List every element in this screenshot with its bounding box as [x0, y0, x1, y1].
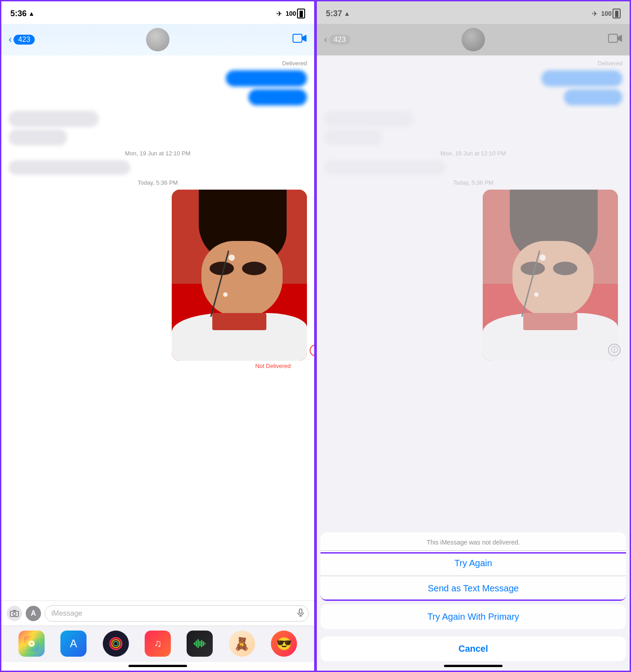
action-sheet-overlay: This iMessage was not delivered. Try Aga…: [317, 532, 630, 661]
send-as-text-button[interactable]: Send as Text Message: [320, 576, 626, 601]
svg-rect-15: [196, 640, 197, 647]
right-nav-avatar[interactable]: [462, 28, 485, 51]
mic-icon: [297, 608, 304, 618]
right-battery-icon: ▮: [613, 9, 621, 18]
sent-bubble-2: [248, 89, 307, 105]
left-nav-bar: ‹ 423: [1, 24, 314, 55]
svg-rect-19: [203, 641, 204, 646]
right-back-button[interactable]: ‹ 423: [324, 34, 350, 45]
right-phone-panel: 5:37 ▲ ✈ 100 ▮ ‹ 423: [316, 0, 631, 672]
left-timestamp-1: Mon, 19 Jun at 12:10 PM: [9, 150, 307, 157]
photo-dot-2: [223, 292, 228, 297]
svg-point-9: [30, 642, 33, 645]
received-bubble-1: [9, 111, 99, 127]
svg-rect-14: [194, 642, 195, 645]
right-chat-area: Delivered Mon, 19 Jun at 12:10 PM Today,…: [317, 55, 630, 532]
left-status-right: ✈ 100 ▮: [276, 9, 305, 18]
battery-icon: ▮: [297, 9, 305, 18]
left-back-button[interactable]: ‹ 423: [9, 34, 35, 45]
left-phone-panel: 5:36 ▲ ✈ 100 ▮ ‹ 423: [0, 0, 316, 672]
location-icon: ▲: [28, 10, 35, 17]
left-nav-avatar[interactable]: [146, 28, 169, 51]
cancel-button[interactable]: Cancel: [320, 636, 626, 661]
try-again-primary-button[interactable]: Try Again With Primary: [320, 604, 626, 629]
airplane-icon: ✈: [276, 9, 282, 18]
svg-rect-21: [608, 34, 617, 42]
left-photo-message: ↓ !: [172, 190, 307, 361]
dock-activity-icon[interactable]: [103, 631, 129, 657]
apps-button[interactable]: A: [26, 606, 41, 621]
svg-rect-17: [199, 641, 201, 646]
left-app-dock: A ♫: [1, 626, 314, 662]
right-timestamp-1: Mon, 19 Jun at 12:10 PM: [324, 150, 622, 157]
right-avatar-image: [462, 28, 485, 51]
dock-appstore-icon[interactable]: A: [60, 631, 87, 657]
left-error-icon[interactable]: !: [310, 345, 314, 356]
right-status-right: ✈ 100 ▮: [592, 9, 621, 18]
camera-button[interactable]: [7, 606, 22, 621]
avatar-image: [146, 28, 169, 51]
right-nav-bar: ‹ 423: [317, 24, 630, 55]
dock-photos-icon[interactable]: [18, 631, 45, 657]
back-count-badge: 423: [14, 35, 35, 45]
left-home-indicator: [128, 665, 187, 667]
svg-rect-4: [299, 609, 302, 613]
received-bubble-3: [9, 160, 130, 175]
action-sheet-title: This iMessage was not delivered.: [320, 532, 626, 551]
svg-marker-22: [617, 35, 622, 42]
right-photo-dot-2: [534, 292, 539, 297]
svg-rect-16: [197, 639, 199, 648]
right-location-icon: ▲: [344, 10, 350, 17]
imessage-placeholder: iMessage: [51, 609, 82, 618]
right-status-bar: 5:37 ▲ ✈ 100 ▮: [317, 1, 630, 24]
right-info-error-icon[interactable]: ⓘ: [608, 344, 621, 356]
right-received-bubble-1: [324, 111, 414, 127]
left-video-button[interactable]: [293, 33, 307, 46]
left-status-bar: 5:36 ▲ ✈ 100 ▮: [1, 1, 314, 24]
right-timestamp-2: Today, 5:36 PM: [324, 179, 622, 186]
left-not-delivered-label: Not Delivered: [9, 363, 291, 369]
right-photo-message: ⓘ: [483, 190, 622, 361]
chevron-left-icon: ‹: [9, 34, 12, 45]
right-home-indicator: [444, 665, 503, 667]
right-sent-bubble-1: [541, 70, 622, 86]
left-timestamp-2: Today, 5:36 PM: [9, 179, 307, 186]
right-time: 5:37 ▲: [326, 9, 350, 18]
dock-genmoji-icon[interactable]: 😎: [271, 631, 297, 657]
received-bubble-2: [9, 129, 67, 145]
sent-bubble-1: [226, 70, 307, 86]
try-primary-group: Try Again With Primary: [320, 604, 626, 629]
svg-marker-1: [302, 35, 306, 42]
left-time: 5:36 ▲: [10, 9, 35, 18]
right-delivered-label: Delivered: [324, 60, 622, 67]
imessage-input-field[interactable]: iMessage: [45, 605, 309, 622]
action-sheet-container: This iMessage was not delivered. Try Aga…: [317, 532, 630, 661]
svg-rect-18: [201, 640, 202, 647]
dock-music-icon[interactable]: ♫: [145, 631, 171, 657]
right-chevron-left-icon: ‹: [324, 34, 327, 45]
left-input-bar: A iMessage: [1, 600, 314, 626]
cancel-group: Cancel: [320, 633, 626, 661]
dock-voice-icon[interactable]: [187, 631, 213, 657]
right-received-bubble-2: [324, 129, 383, 145]
left-delivered-label: Delivered: [9, 60, 307, 67]
svg-rect-0: [293, 34, 302, 42]
left-chat-area: Delivered Mon, 19 Jun at 12:10 PM Today,…: [1, 55, 314, 600]
photo-image: [172, 190, 307, 361]
left-battery: 100 ▮: [286, 9, 305, 18]
right-back-count-badge: 423: [329, 35, 350, 45]
dock-memoji-icon[interactable]: 🧸: [229, 631, 255, 657]
try-again-button[interactable]: Try Again: [320, 551, 626, 576]
right-photo-image: [483, 190, 618, 361]
right-received-bubble-3: [324, 160, 446, 175]
svg-point-3: [13, 612, 16, 615]
right-battery: 100 ▮: [601, 9, 621, 18]
right-sent-bubble-2: [564, 89, 622, 105]
action-sheet-main-group: This iMessage was not delivered. Try Aga…: [320, 532, 626, 601]
right-video-button[interactable]: [608, 33, 622, 46]
right-airplane-icon: ✈: [592, 9, 598, 18]
svg-rect-20: [205, 643, 206, 645]
